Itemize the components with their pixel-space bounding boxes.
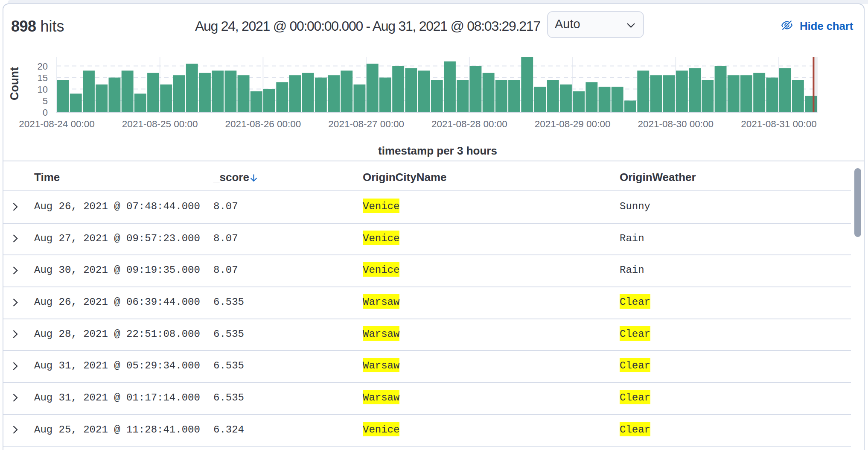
svg-text:2021-08-28 00:00: 2021-08-28 00:00 bbox=[431, 119, 507, 129]
svg-text:2021-08-27 00:00: 2021-08-27 00:00 bbox=[328, 119, 404, 129]
svg-text:10: 10 bbox=[38, 84, 48, 95]
svg-text:Count: Count bbox=[8, 67, 21, 100]
svg-text:2021-08-25 00:00: 2021-08-25 00:00 bbox=[122, 119, 198, 129]
svg-text:2021-08-26 00:00: 2021-08-26 00:00 bbox=[225, 119, 301, 129]
svg-text:0: 0 bbox=[43, 107, 48, 118]
svg-text:2021-08-30 00:00: 2021-08-30 00:00 bbox=[638, 119, 714, 129]
svg-text:2021-08-24 00:00: 2021-08-24 00:00 bbox=[19, 119, 95, 129]
svg-text:15: 15 bbox=[38, 73, 48, 83]
svg-text:2021-08-29 00:00: 2021-08-29 00:00 bbox=[535, 119, 611, 129]
svg-text:5: 5 bbox=[43, 96, 48, 106]
svg-text:20: 20 bbox=[38, 61, 48, 72]
svg-text:2021-08-31 00:00: 2021-08-31 00:00 bbox=[741, 119, 817, 129]
